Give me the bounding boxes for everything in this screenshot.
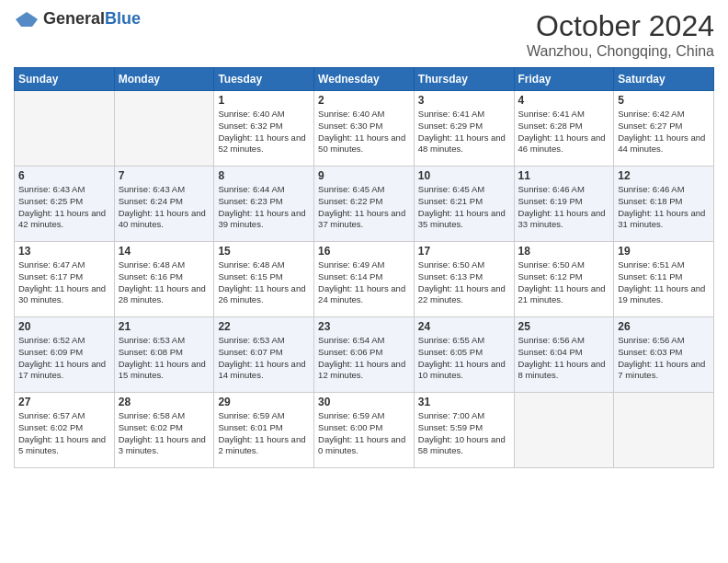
month-title: October 2024 (527, 9, 714, 43)
sunset-text: Sunset: 6:25 PM (18, 196, 83, 206)
daylight-text: Daylight: 11 hours and 50 minutes. (318, 132, 405, 155)
day-info: Sunrise: 6:56 AMSunset: 6:04 PMDaylight:… (518, 335, 610, 382)
calendar-table: Sunday Monday Tuesday Wednesday Thursday… (14, 67, 714, 468)
sunrise-text: Sunrise: 6:54 AM (318, 335, 384, 345)
col-tuesday: Tuesday (214, 68, 314, 91)
sunrise-text: Sunrise: 6:59 AM (218, 410, 284, 420)
day-info: Sunrise: 6:54 AMSunset: 6:06 PMDaylight:… (318, 335, 410, 382)
day-info: Sunrise: 6:49 AMSunset: 6:14 PMDaylight:… (318, 259, 410, 306)
daylight-text: Daylight: 11 hours and 46 minutes. (518, 132, 606, 155)
daylight-text: Daylight: 11 hours and 31 minutes. (618, 208, 705, 230)
sunset-text: Sunset: 6:29 PM (418, 121, 483, 131)
table-row: 19Sunrise: 6:51 AMSunset: 6:11 PMDayligh… (614, 242, 714, 317)
day-info: Sunrise: 6:43 AMSunset: 6:24 PMDaylight:… (119, 184, 210, 231)
table-row: 18Sunrise: 6:50 AMSunset: 6:12 PMDayligh… (514, 242, 614, 317)
sunrise-text: Sunrise: 6:50 AM (418, 259, 484, 270)
sunset-text: Sunset: 6:19 PM (518, 196, 583, 206)
day-info: Sunrise: 6:57 AMSunset: 6:02 PMDaylight:… (18, 410, 110, 457)
sunset-text: Sunset: 6:14 PM (318, 271, 382, 282)
sunrise-text: Sunrise: 6:56 AM (618, 335, 684, 345)
sunrise-text: Sunrise: 6:46 AM (518, 184, 585, 194)
col-friday: Friday (514, 68, 614, 91)
daylight-text: Daylight: 11 hours and 22 minutes. (418, 283, 506, 305)
sunset-text: Sunset: 6:11 PM (618, 271, 682, 282)
sunset-text: Sunset: 6:07 PM (218, 347, 282, 357)
day-info: Sunrise: 6:48 AMSunset: 6:15 PMDaylight:… (218, 259, 310, 306)
day-number: 11 (518, 169, 610, 182)
table-row (514, 393, 614, 468)
sunset-text: Sunset: 6:30 PM (318, 121, 382, 131)
daylight-text: Daylight: 11 hours and 0 minutes. (318, 434, 405, 456)
table-row: 4Sunrise: 6:41 AMSunset: 6:28 PMDaylight… (514, 91, 614, 167)
table-row: 31Sunrise: 7:00 AMSunset: 5:59 PMDayligh… (414, 393, 514, 468)
location-title: Wanzhou, Chongqing, China (527, 43, 714, 60)
table-row (15, 91, 115, 167)
sunset-text: Sunset: 6:15 PM (218, 271, 282, 282)
logo-icon (14, 10, 40, 29)
day-number: 21 (119, 320, 210, 333)
sunset-text: Sunset: 6:01 PM (218, 422, 282, 432)
daylight-text: Daylight: 11 hours and 28 minutes. (119, 283, 206, 305)
sunrise-text: Sunrise: 6:52 AM (18, 335, 85, 345)
day-info: Sunrise: 6:42 AMSunset: 6:27 PMDaylight:… (618, 109, 710, 155)
day-info: Sunrise: 6:48 AMSunset: 6:16 PMDaylight:… (119, 259, 210, 306)
daylight-text: Daylight: 11 hours and 17 minutes. (18, 359, 106, 381)
day-info: Sunrise: 7:00 AMSunset: 5:59 PMDaylight:… (418, 410, 510, 457)
sunrise-text: Sunrise: 6:42 AM (618, 109, 684, 119)
day-number: 19 (618, 245, 710, 258)
daylight-text: Daylight: 11 hours and 5 minutes. (18, 434, 106, 456)
daylight-text: Daylight: 11 hours and 39 minutes. (218, 208, 305, 230)
day-number: 27 (18, 396, 110, 408)
sunrise-text: Sunrise: 6:58 AM (119, 410, 185, 420)
day-number: 22 (218, 320, 310, 333)
sunset-text: Sunset: 6:02 PM (119, 422, 183, 432)
sunset-text: Sunset: 6:17 PM (18, 271, 83, 282)
sunrise-text: Sunrise: 6:53 AM (119, 335, 185, 345)
table-row: 26Sunrise: 6:56 AMSunset: 6:03 PMDayligh… (614, 317, 714, 393)
day-info: Sunrise: 6:50 AMSunset: 6:12 PMDaylight:… (518, 259, 610, 306)
day-number: 17 (418, 245, 510, 258)
daylight-text: Daylight: 11 hours and 35 minutes. (418, 208, 506, 230)
table-row: 14Sunrise: 6:48 AMSunset: 6:16 PMDayligh… (114, 242, 214, 317)
sunset-text: Sunset: 6:06 PM (318, 347, 382, 357)
day-number: 7 (119, 169, 210, 182)
sunrise-text: Sunrise: 6:41 AM (518, 109, 585, 119)
daylight-text: Daylight: 11 hours and 40 minutes. (119, 208, 206, 230)
header: GeneralBlue October 2024 Wanzhou, Chongq… (14, 9, 714, 60)
table-row: 23Sunrise: 6:54 AMSunset: 6:06 PMDayligh… (314, 317, 415, 393)
day-info: Sunrise: 6:53 AMSunset: 6:07 PMDaylight:… (218, 335, 310, 382)
day-number: 2 (318, 94, 410, 107)
day-info: Sunrise: 6:51 AMSunset: 6:11 PMDaylight:… (618, 259, 710, 306)
calendar-week-row: 27Sunrise: 6:57 AMSunset: 6:02 PMDayligh… (15, 393, 714, 468)
day-info: Sunrise: 6:50 AMSunset: 6:13 PMDaylight:… (418, 259, 510, 306)
day-number: 20 (18, 320, 110, 333)
table-row: 5Sunrise: 6:42 AMSunset: 6:27 PMDaylight… (614, 91, 714, 167)
sunrise-text: Sunrise: 6:51 AM (618, 259, 684, 270)
day-info: Sunrise: 6:55 AMSunset: 6:05 PMDaylight:… (418, 335, 510, 382)
table-row: 10Sunrise: 6:45 AMSunset: 6:21 PMDayligh… (414, 167, 514, 242)
table-row: 13Sunrise: 6:47 AMSunset: 6:17 PMDayligh… (15, 242, 115, 317)
sunset-text: Sunset: 6:23 PM (218, 196, 282, 206)
sunrise-text: Sunrise: 6:46 AM (618, 184, 684, 194)
table-row: 30Sunrise: 6:59 AMSunset: 6:00 PMDayligh… (314, 393, 415, 468)
calendar-week-row: 6Sunrise: 6:43 AMSunset: 6:25 PMDaylight… (15, 167, 714, 242)
table-row: 20Sunrise: 6:52 AMSunset: 6:09 PMDayligh… (15, 317, 115, 393)
day-number: 8 (218, 169, 310, 182)
sunset-text: Sunset: 6:22 PM (318, 196, 382, 206)
sunrise-text: Sunrise: 6:53 AM (218, 335, 284, 345)
daylight-text: Daylight: 11 hours and 21 minutes. (518, 283, 606, 305)
day-info: Sunrise: 6:56 AMSunset: 6:03 PMDaylight:… (618, 335, 710, 382)
daylight-text: Daylight: 11 hours and 24 minutes. (318, 283, 405, 305)
sunrise-text: Sunrise: 6:45 AM (418, 184, 484, 194)
sunset-text: Sunset: 6:16 PM (119, 271, 183, 282)
day-number: 3 (418, 94, 510, 107)
table-row: 22Sunrise: 6:53 AMSunset: 6:07 PMDayligh… (214, 317, 314, 393)
daylight-text: Daylight: 11 hours and 14 minutes. (218, 359, 305, 381)
sunrise-text: Sunrise: 7:00 AM (418, 410, 484, 420)
day-number: 16 (318, 245, 410, 258)
day-info: Sunrise: 6:44 AMSunset: 6:23 PMDaylight:… (218, 184, 310, 231)
col-monday: Monday (114, 68, 214, 91)
day-number: 6 (18, 169, 110, 182)
table-row: 15Sunrise: 6:48 AMSunset: 6:15 PMDayligh… (214, 242, 314, 317)
sunrise-text: Sunrise: 6:57 AM (18, 410, 85, 420)
